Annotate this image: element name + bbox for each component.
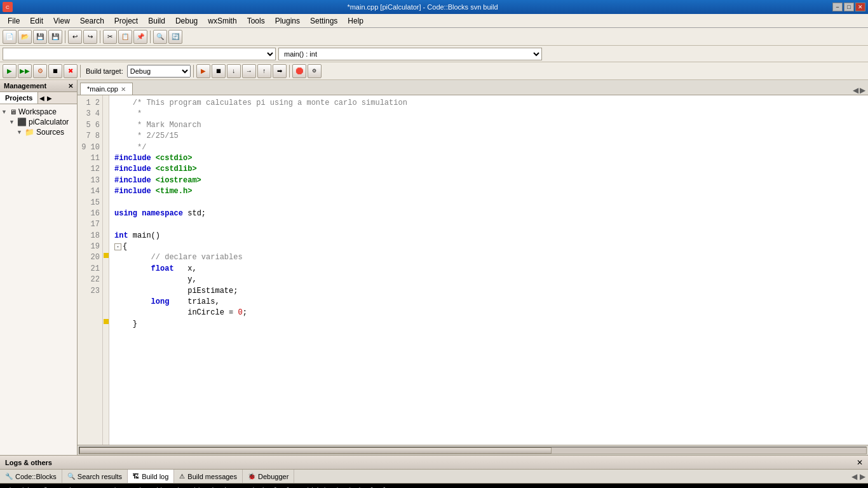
tab-nav: ◀ ▶ <box>853 86 865 95</box>
debugger-tab-label: Debugger <box>258 473 288 480</box>
tab-projects[interactable]: Projects <box>0 92 38 104</box>
run-button[interactable]: ▶ <box>3 64 17 78</box>
debug-separator-3 <box>289 65 290 78</box>
horizontal-scrollbar[interactable] <box>78 445 868 455</box>
scroll-thumb[interactable] <box>79 447 552 454</box>
folder-icon: 📁 <box>25 128 34 137</box>
codeblocks-tab-label: Code::Blocks <box>15 473 57 480</box>
copy-button[interactable]: 📋 <box>118 30 132 44</box>
tab-nav-prev[interactable]: ◀ <box>853 86 858 95</box>
menu-project[interactable]: Project <box>109 14 143 27</box>
buildmsg-tab-label: Build messages <box>187 473 237 480</box>
project-tabs: Projects ◀ ▶ <box>0 92 77 104</box>
debug-separator-2 <box>193 65 194 78</box>
function-dropdown[interactable]: main() : int <box>278 48 542 60</box>
debug-step-out-button[interactable]: ↑ <box>257 64 271 78</box>
menu-search[interactable]: Search <box>75 14 109 27</box>
log-tab-buildmsg[interactable]: ⚠ Build messages <box>174 470 243 483</box>
debug-step-button[interactable]: ↓ <box>227 64 241 78</box>
log-tab-debugger[interactable]: 🐞 Debugger <box>243 470 294 483</box>
log-tab-search[interactable]: 🔍 Search results <box>62 470 128 483</box>
scroll-track[interactable] <box>79 447 867 454</box>
buildlog-tab-icon: 🏗 <box>133 473 139 480</box>
debug-stop-button[interactable]: ⏹ <box>212 64 226 78</box>
log-tab-buildlog[interactable]: 🏗 Build log <box>128 470 174 483</box>
project-tree: ▼ 🖥 Workspace ▼ ⬛ piCalculator ▼ 📁 Sourc… <box>0 104 77 455</box>
function-toolbar: main() : int <box>0 46 868 62</box>
main-layout: Management ✕ Projects ◀ ▶ ▼ 🖥 Workspace … <box>0 80 868 455</box>
find-button[interactable]: 🔍 <box>153 30 167 44</box>
logs-tabs: 🔧 Code::Blocks 🔍 Search results 🏗 Build … <box>0 470 868 484</box>
main-toolbar: 📄 📂 💾 💾 ↩ ↪ ✂ 📋 📌 🔍 🔄 <box>0 28 868 46</box>
expand-icon: ▼ <box>1 109 8 115</box>
nav-prev-button[interactable]: ◀ <box>38 93 46 103</box>
redo-button[interactable]: ↪ <box>83 30 97 44</box>
paste-button[interactable]: 📌 <box>133 30 147 44</box>
tree-sources[interactable]: ▼ 📁 Sources <box>17 127 76 137</box>
minimize-button[interactable]: − <box>832 3 843 11</box>
save-all-button[interactable]: 💾 <box>48 30 62 44</box>
menu-edit[interactable]: Edit <box>25 14 48 27</box>
menu-bar: File Edit View Search Project Build Debu… <box>0 14 868 28</box>
debug-toolbar: ▶ ▶▶ ⚙ ⏹ ✖ Build target: Debug ▶ ⏹ ↓ → ↑… <box>0 62 868 80</box>
menu-plugins[interactable]: Plugins <box>270 14 305 27</box>
logs-nav-prev[interactable]: ◀ <box>851 472 857 481</box>
undo-button[interactable]: ↩ <box>68 30 82 44</box>
log-tab-codeblocks[interactable]: 🔧 Code::Blocks <box>0 470 62 483</box>
save-button[interactable]: 💾 <box>33 30 47 44</box>
debug-run-to-button[interactable]: ➡ <box>273 64 287 78</box>
tab-nav-next[interactable]: ▶ <box>860 86 865 95</box>
cut-button[interactable]: ✂ <box>103 30 117 44</box>
logs-nav-next[interactable]: ▶ <box>860 472 865 481</box>
tree-workspace[interactable]: ▼ 🖥 Workspace <box>1 107 76 117</box>
replace-button[interactable]: 🔄 <box>168 30 182 44</box>
management-close-button[interactable]: ✕ <box>68 83 73 90</box>
stop-button[interactable]: ⏹ <box>48 64 62 78</box>
code-area: 1 2 3 4 5 6 7 8 9 10 11 12 13 14 15 16 1… <box>78 95 868 445</box>
open-button[interactable]: 📂 <box>18 30 32 44</box>
build-target-button[interactable]: ⚙ <box>33 64 47 78</box>
title-bar: C *main.cpp [piCalculator] - Code::Block… <box>0 0 868 14</box>
project-icon: ⬛ <box>17 118 27 126</box>
sources-label: Sources <box>36 128 64 137</box>
restore-button[interactable]: □ <box>844 3 854 11</box>
debug-next-button[interactable]: → <box>242 64 256 78</box>
continue-button[interactable]: ⚙ <box>308 64 322 78</box>
menu-settings[interactable]: Settings <box>305 14 342 27</box>
debug-separator-1 <box>80 65 81 78</box>
editor-tab-main[interactable]: *main.cpp ✕ <box>80 83 133 95</box>
menu-wxsmith[interactable]: wxSmith <box>203 14 241 27</box>
abort-button[interactable]: ✖ <box>64 64 78 78</box>
search-tab-label: Search results <box>78 473 122 480</box>
debugger-tab-icon: 🐞 <box>248 473 255 480</box>
expand-icon-2: ▼ <box>9 119 15 125</box>
build-target-select[interactable]: Debug <box>127 65 191 78</box>
code-content[interactable]: /* This program calculates pi using a mo… <box>109 95 868 445</box>
buildlog-tab-label: Build log <box>142 473 168 480</box>
logs-close-button[interactable]: ✕ <box>857 458 863 467</box>
menu-help[interactable]: Help <box>342 14 369 27</box>
run-again-button[interactable]: ▶▶ <box>18 64 32 78</box>
menu-view[interactable]: View <box>48 14 75 27</box>
toolbar-separator-3 <box>150 30 151 43</box>
tab-close-icon[interactable]: ✕ <box>121 86 126 93</box>
tree-picalculator[interactable]: ▼ ⬛ piCalculator <box>9 117 76 127</box>
editor-tabs-bar: *main.cpp ✕ ◀ ▶ <box>78 80 868 95</box>
menu-tools[interactable]: Tools <box>242 14 270 27</box>
menu-debug[interactable]: Debug <box>170 14 203 27</box>
logs-title: Logs & others <box>5 459 52 466</box>
logs-content: Checking for existence: C:\Users\Mark\De… <box>0 484 868 488</box>
nav-next-button[interactable]: ▶ <box>46 93 53 103</box>
break-button[interactable]: 🛑 <box>292 64 306 78</box>
menu-build[interactable]: Build <box>143 14 170 27</box>
search-tab-icon: 🔍 <box>67 473 75 480</box>
debug-start-button[interactable]: ▶ <box>196 64 210 78</box>
close-button[interactable]: ✕ <box>855 3 865 11</box>
code-markers <box>103 95 109 445</box>
new-button[interactable]: 📄 <box>3 30 17 44</box>
logs-panel: Logs & others ✕ 🔧 Code::Blocks 🔍 Search … <box>0 455 868 488</box>
codeblocks-tab-icon: 🔧 <box>5 473 13 480</box>
menu-file[interactable]: File <box>3 14 25 27</box>
tab-label: *main.cpp <box>87 85 118 93</box>
file-dropdown[interactable] <box>3 48 276 60</box>
